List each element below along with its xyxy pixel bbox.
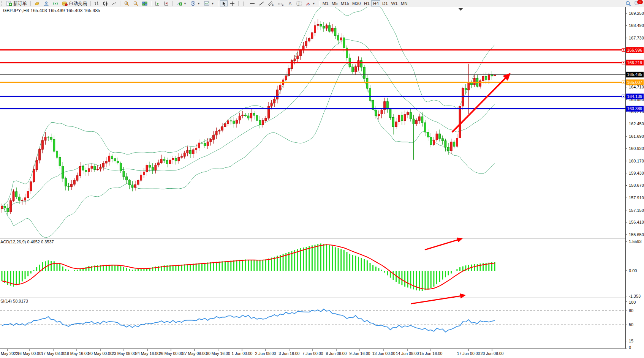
mt4-window: { "toolbar": { "new_order_label": "新订单",… [0,0,644,358]
zoom-in-button[interactable] [122,0,131,6]
auto-trading-icon [62,1,68,6]
timeframe-d1-button[interactable]: D1 [380,0,389,6]
new-order-label: 新订单 [13,0,27,7]
notifications-button[interactable]: 1 [633,0,642,6]
cursor-tool-button[interactable] [220,0,228,6]
price-tick-label: 162.450 [629,121,644,126]
indicators-icon [176,1,182,6]
chart-shift-button[interactable] [162,0,171,6]
signal-button[interactable] [51,0,60,6]
text-label-tool-button[interactable]: T [295,0,303,6]
time-axis-label: 3 Jun 16:00 [279,351,300,356]
dropdown-caret-icon: ▼ [211,2,214,5]
price-tick-label: 160.930 [629,146,644,151]
auto-scroll-icon [155,1,160,6]
line-chart-mode-button[interactable] [110,0,118,6]
time-axis-label: 15 Jun 16:00 [419,351,443,356]
rsi-axis-label: 100 [629,300,636,304]
toolbar-right-tools: 1 [624,0,642,6]
text-tool-button[interactable]: A [286,0,294,6]
time-axis-label: 20 May 00:00 [88,351,112,356]
time-axis-label: 20 Jun 08:00 [481,351,504,356]
time-axis-label: 13 Jun 00:00 [372,351,396,356]
timeframe-h1-button[interactable]: H1 [362,0,371,6]
price-badge-label: 166.219 [627,60,642,65]
price-tick-label: 169.250 [629,11,644,16]
timeframe-w1-button[interactable]: W1 [389,0,399,6]
dropdown-caret-icon: ▼ [197,2,200,5]
price-badge-label: 165.485 [627,72,642,77]
chart-profile-button[interactable] [33,0,41,6]
vertical-line-tool-button[interactable] [241,0,247,6]
time-axis-label: 30 May 16:00 [206,351,230,356]
price-badge-label: 166.996 [627,48,642,52]
time-axis-label: 24 May 16:00 [135,351,160,356]
svg-text:E: E [272,4,274,6]
separator [319,1,319,6]
timeframe-m5-button[interactable]: M5 [330,0,339,6]
text-icon: A [288,1,293,6]
zoom-in-icon [124,1,129,6]
auto-trading-label: 自动交易 [69,0,87,7]
zoom-out-button[interactable] [131,0,140,6]
market-watch-button[interactable] [42,0,51,6]
chart-canvas[interactable]: 169.250168.490167.730164.710163.950163.2… [0,7,644,358]
channel-icon: E [268,1,274,6]
timeframe-m15-button[interactable]: M15 [339,0,351,6]
time-axis-label: 14 Jun 08:00 [396,351,419,356]
price-tick-label: 161.690 [629,134,644,139]
candlestick-mode-button[interactable] [101,0,109,6]
rsi-label: SI(14) 58.9173 [0,299,28,303]
chart-shift-icon [164,1,169,6]
time-axis-label: 16 May 00:00 [17,351,41,356]
price-badge-label: 165.007 [627,80,642,85]
market-watch-icon [44,1,49,6]
time-axis-label: 17 Jun 00:00 [457,351,480,356]
auto-trading-button[interactable]: 自动交易 [60,0,89,6]
svg-text:T: T [298,2,300,6]
time-axis-label: May 2022 [1,351,18,356]
timeframe-m30-button[interactable]: M30 [351,0,362,6]
price-tick-label: 157.150 [629,208,644,213]
trendline-tool-button[interactable] [257,0,266,6]
timeframe-m1-button[interactable]: M1 [321,0,330,6]
price-tick-label: 156.410 [629,220,644,224]
auto-scroll-button[interactable] [153,0,161,6]
templates-icon [204,1,210,6]
price-tick-label: 167.730 [629,36,644,40]
tile-windows-button[interactable] [141,0,149,6]
rsi-axis-label: 0 [629,345,631,350]
text-label-icon: T [296,1,302,6]
time-axis-label: 1 Jun 00:00 [232,351,253,356]
cursor-icon [222,1,226,6]
timeframe-mn-button[interactable]: MN [399,0,409,6]
chart-area[interactable]: 169.250168.490167.730164.710163.950163.2… [0,7,644,358]
rsi-axis-label: 80 [629,308,633,313]
fibonacci-icon: F [278,1,284,6]
time-axis-label: 27 May 08:00 [182,351,207,356]
macd-axis-label: -1.353 [629,294,641,298]
macd-label: ACD(12,26,9) 0.4652 0.3537 [0,240,54,244]
new-order-button[interactable]: 新订单 [5,0,28,6]
svg-text:A: A [288,1,291,6]
time-axis-label: 8 Jun 08:00 [326,351,347,356]
price-badge-label: 164.139 [627,94,642,99]
equidistant-channel-tool-button[interactable]: E [266,0,275,6]
trendline-icon [259,1,264,6]
bar-chart-mode-button[interactable] [93,0,101,6]
templates-button[interactable]: ▼ [203,0,216,6]
separator [218,1,218,6]
periods-button[interactable]: ▼ [189,0,202,6]
timeframe-group: M1M5M15M30H1H4D1W1MN [321,0,409,6]
search-button[interactable] [624,0,633,6]
time-axis-label: 17 May 08:00 [41,351,65,356]
timeframe-h4-button[interactable]: H4 [371,0,380,6]
arrows-tool-button[interactable]: ▼ [304,0,317,6]
indicators-button[interactable]: ▼ [175,0,188,6]
toolbar-grip[interactable] [1,1,3,6]
line-chart-icon [112,1,117,6]
fibonacci-tool-button[interactable]: F [276,0,285,6]
horizontal-line-tool-button[interactable] [248,0,256,6]
separator [238,1,239,6]
crosshair-tool-button[interactable] [228,0,236,6]
